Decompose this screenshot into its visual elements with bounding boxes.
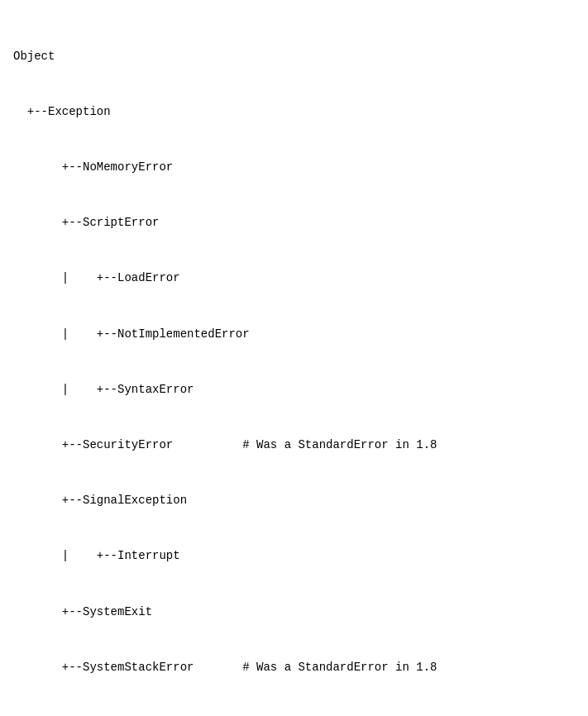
tree-line-5: | +--LoadError	[13, 269, 575, 287]
tree-line-4: +--ScriptError	[13, 213, 575, 232]
tree-line-9: +--SignalException	[13, 491, 575, 509]
tree-line-11: +--SystemExit	[13, 603, 575, 621]
tree-line-10: | +--Interrupt	[13, 547, 575, 565]
tree-line-7: | +--SyntaxError	[13, 380, 575, 399]
exception-hierarchy-tree: Object +--Exception +--NoMemoryError +--…	[13, 10, 575, 716]
tree-line-6: | +--NotImplementedError	[13, 325, 575, 343]
tree-line-2: +--Exception	[13, 103, 575, 121]
tree-line-12: +--SystemStackError # Was a StandardErro…	[13, 658, 575, 676]
tree-line-8: +--SecurityError # Was a StandardError i…	[13, 436, 575, 454]
tree-line-3: +--NoMemoryError	[13, 158, 575, 176]
tree-line-1: Object	[13, 47, 575, 65]
